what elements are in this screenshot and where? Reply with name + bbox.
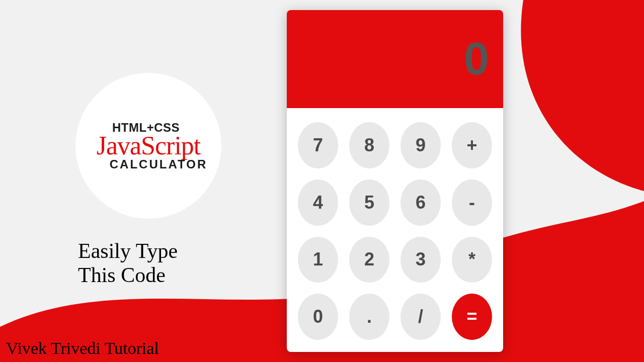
key-multiply[interactable]: * [452,237,492,283]
key-plus[interactable]: + [452,122,492,168]
key-4[interactable]: 4 [298,179,338,226]
key-5[interactable]: 5 [349,179,389,226]
tagline-line-2: This Code [78,263,178,287]
key-1[interactable]: 1 [298,237,338,283]
logo-main-text: JavaScript [97,131,201,160]
key-7[interactable]: 7 [298,122,338,168]
calculator: 0 789+456-123*0./= [287,10,503,352]
key-3[interactable]: 3 [400,237,441,283]
tagline-line-1: Easily Type [78,239,178,263]
logo-bottom-text: CALCULATOR [110,157,207,171]
key-minus[interactable]: - [452,179,492,226]
key-decimal[interactable]: . [349,294,389,340]
key-2[interactable]: 2 [349,237,389,283]
key-equals[interactable]: = [452,294,492,340]
calculator-display: 0 [287,10,503,108]
calculator-display-value: 0 [464,33,489,85]
logo-badge: HTML+CSS JavaScript CALCULATOR [75,73,221,219]
footer-credit: Vivek Trivedi Tutorial [6,339,159,358]
key-divide[interactable]: / [400,294,441,340]
calculator-keypad: 789+456-123*0./= [287,108,503,352]
key-6[interactable]: 6 [400,179,441,226]
key-9[interactable]: 9 [400,122,441,168]
tagline: Easily Type This Code [78,239,178,288]
key-8[interactable]: 8 [349,122,389,168]
key-0[interactable]: 0 [298,294,338,340]
